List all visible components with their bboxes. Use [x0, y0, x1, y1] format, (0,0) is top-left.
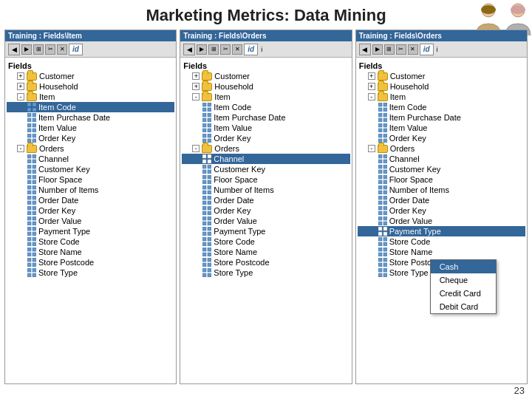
- tree-channel-3[interactable]: Channel: [358, 154, 525, 164]
- expand-item-2[interactable]: -: [192, 93, 200, 100]
- svg-rect-143: [383, 129, 387, 132]
- toolbar-icon-2b[interactable]: ⊞: [208, 44, 219, 55]
- expand-customer[interactable]: +: [17, 72, 24, 80]
- tree-orders-group-3[interactable]: - Orders: [358, 143, 525, 154]
- expand-orders-3[interactable]: -: [368, 145, 375, 152]
- tree-item-value[interactable]: Item Value: [7, 123, 174, 133]
- tree-floor-space-3[interactable]: Floor Space: [358, 174, 525, 185]
- tree-order-value-3[interactable]: Order Value: [358, 216, 525, 226]
- panel-3-toolbar: ◀ ▶ ⊞ ✂ ✕ id i: [356, 41, 527, 58]
- tree-orders-group[interactable]: - Orders: [7, 143, 174, 154]
- tree-store-postcode-p1[interactable]: Store Postcode: [7, 257, 174, 267]
- order-date-label-3: Order Date: [389, 196, 429, 205]
- tree-store-code-3[interactable]: Store Code: [358, 236, 525, 247]
- tree-channel-2[interactable]: Channel: [182, 154, 349, 164]
- expand-customer-3[interactable]: +: [368, 72, 375, 80]
- tree-order-value[interactable]: Order Value: [7, 216, 174, 226]
- toolbar-icon-2a[interactable]: ▶: [197, 44, 207, 55]
- tree-item-purchase-date-2[interactable]: Item Purchase Date: [182, 112, 349, 123]
- toolbar-icon-2[interactable]: ⊞: [33, 44, 44, 55]
- tree-item-code-2[interactable]: Item Code: [182, 102, 349, 112]
- tree-item-value-3[interactable]: Item Value: [358, 123, 525, 133]
- tree-payment-type-p1[interactable]: Payment Type: [7, 226, 174, 236]
- channel-label-2: Channel: [214, 154, 244, 163]
- toolbar-icon-x[interactable]: ✕: [57, 44, 67, 55]
- toolbar-icon-3a[interactable]: ▶: [372, 44, 383, 55]
- dropdown-item-cash[interactable]: Cash: [431, 260, 496, 273]
- svg-rect-48: [27, 227, 31, 231]
- tree-order-key-item-2[interactable]: Order Key: [182, 133, 349, 143]
- tree-item-code-3[interactable]: Item Code: [358, 102, 525, 112]
- tree-store-name-2[interactable]: Store Name: [182, 247, 349, 257]
- tree-household-2[interactable]: + Household: [182, 81, 349, 92]
- toolbar-icon-3[interactable]: ✂: [45, 44, 55, 55]
- expand-item[interactable]: -: [17, 93, 24, 100]
- tree-store-code-p1[interactable]: Store Code: [7, 236, 174, 247]
- tree-order-key-item-3[interactable]: Order Key: [358, 133, 525, 143]
- expand-item-3[interactable]: -: [368, 93, 375, 100]
- grid-icon-storecode-2: [202, 237, 211, 246]
- tree-order-key-2[interactable]: Order Key: [182, 205, 349, 216]
- tree-num-items-3[interactable]: Number of Items: [358, 185, 525, 195]
- toolbar-back-btn-2[interactable]: ◀: [183, 44, 195, 55]
- grid-icon-customerkey-2: [202, 165, 211, 174]
- toolbar-icon-3c[interactable]: ✂: [396, 44, 406, 55]
- tree-item-group-3[interactable]: - Item: [358, 92, 525, 102]
- tree-order-date-2[interactable]: Order Date: [182, 195, 349, 205]
- expand-household-3[interactable]: +: [368, 83, 375, 90]
- expand-orders[interactable]: -: [17, 145, 24, 152]
- tree-customer-key-3[interactable]: Customer Key: [358, 164, 525, 174]
- tree-customer[interactable]: + Customer: [7, 71, 174, 81]
- tree-household-3[interactable]: + Household: [358, 81, 525, 92]
- tree-item-value-2[interactable]: Item Value: [182, 123, 349, 133]
- tree-item-code[interactable]: Item Code: [7, 102, 174, 112]
- tree-order-value-2[interactable]: Order Value: [182, 216, 349, 226]
- svg-rect-87: [208, 160, 211, 163]
- tree-payment-type-3[interactable]: Payment Type: [358, 226, 525, 236]
- toolbar-icon-1[interactable]: ▶: [21, 44, 32, 55]
- tree-item-group[interactable]: - Item: [7, 92, 174, 102]
- tree-item-purchase-date[interactable]: Item Purchase Date: [7, 112, 174, 123]
- toolbar-back-btn[interactable]: ◀: [8, 44, 20, 55]
- toolbar-icon-3x[interactable]: ✕: [408, 44, 418, 55]
- tree-floor-space[interactable]: Floor Space: [7, 174, 174, 185]
- expand-household[interactable]: +: [17, 83, 24, 90]
- dropdown-item-debitcard[interactable]: Debit Card: [431, 300, 496, 313]
- toolbar-icon-3b[interactable]: ⊞: [384, 44, 395, 55]
- toolbar-back-btn-3[interactable]: ◀: [359, 44, 371, 55]
- dropdown-item-creditcard[interactable]: Credit Card: [431, 287, 496, 300]
- tree-item-group-2[interactable]: - Item: [182, 92, 349, 102]
- tree-num-items-2[interactable]: Number of Items: [182, 185, 349, 195]
- expand-household-2[interactable]: +: [192, 83, 200, 90]
- tree-store-code-2[interactable]: Store Code: [182, 236, 349, 247]
- tree-store-type-2[interactable]: Store Type: [182, 267, 349, 278]
- tree-channel[interactable]: Channel: [7, 154, 174, 164]
- tree-household[interactable]: + Household: [7, 81, 174, 92]
- expand-orders-2[interactable]: -: [192, 145, 200, 152]
- tree-store-postcode-2[interactable]: Store Postcode: [182, 257, 349, 267]
- dropdown-item-cheque[interactable]: Cheque: [431, 273, 496, 287]
- toolbar-icon-2c[interactable]: ✂: [220, 44, 231, 55]
- tree-customer-key-2[interactable]: Customer Key: [182, 164, 349, 174]
- payment-type-dropdown[interactable]: Cash Cheque Credit Card Debit Card: [430, 259, 497, 314]
- tree-customer-3[interactable]: + Customer: [358, 71, 525, 81]
- tree-customer-key[interactable]: Customer Key: [7, 164, 174, 174]
- tree-item-purchase-date-3[interactable]: Item Purchase Date: [358, 112, 525, 123]
- tree-order-key[interactable]: Order Key: [7, 205, 174, 216]
- tree-order-key-item[interactable]: Order Key: [7, 133, 174, 143]
- tree-store-name-3[interactable]: Store Name: [358, 247, 525, 257]
- panel-1-content: Fields + Customer + Household - Item: [5, 58, 176, 383]
- tree-num-items[interactable]: Number of Items: [7, 185, 174, 195]
- tree-floor-space-2[interactable]: Floor Space: [182, 174, 349, 185]
- expand-customer-2[interactable]: +: [192, 72, 200, 80]
- tree-orders-group-2[interactable]: - Orders: [182, 143, 349, 154]
- tree-store-type-p1[interactable]: Store Type: [7, 267, 174, 278]
- tree-payment-type-2[interactable]: Payment Type: [182, 226, 349, 236]
- tree-order-date-3[interactable]: Order Date: [358, 195, 525, 205]
- tree-customer-2[interactable]: + Customer: [182, 71, 349, 81]
- tree-store-name-p1[interactable]: Store Name: [7, 247, 174, 257]
- tree-order-key-3[interactable]: Order Key: [358, 205, 525, 216]
- svg-rect-169: [383, 206, 387, 210]
- tree-order-date[interactable]: Order Date: [7, 195, 174, 205]
- toolbar-icon-2x[interactable]: ✕: [232, 44, 242, 55]
